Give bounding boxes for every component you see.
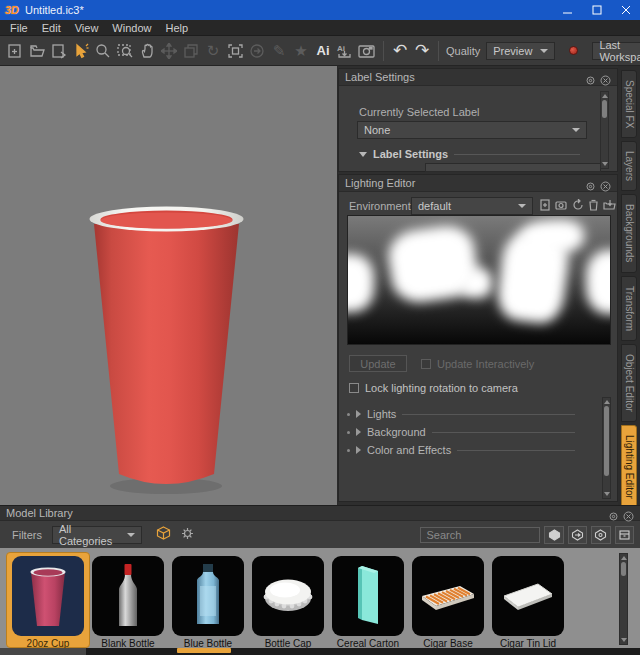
section-label: Label Settings [373,148,448,160]
tab-special-fx[interactable]: Special FX [621,70,637,138]
panel-close-icon[interactable] [600,72,611,83]
models-filter-icon[interactable] [156,526,171,544]
label-settings-header[interactable]: Label Settings [339,69,617,86]
model-tile-cigar-tin-lid[interactable] [492,556,564,636]
lighting-editor-header[interactable]: Lighting Editor [339,175,617,192]
scrollbar-thumb[interactable] [177,648,231,653]
category-dropdown[interactable]: All Categories [52,526,143,544]
pan-tool-icon[interactable] [136,39,158,63]
undo-icon[interactable]: ↶ [389,39,411,63]
bullet-icon [347,449,350,452]
menu-edit[interactable]: Edit [36,22,67,34]
lighting-editor-scrollbar[interactable] [602,397,611,499]
color-effects-section[interactable]: Color and Effects [339,441,589,459]
tab-backgrounds[interactable]: Backgrounds [621,194,637,272]
label-settings-scrollbar[interactable] [600,91,609,169]
redo-icon[interactable]: ↷ [411,39,433,63]
import-environment-icon[interactable] [603,198,616,211]
menu-view[interactable]: View [69,22,105,34]
chevron-down-icon [518,204,526,208]
snapshot-camera-icon[interactable] [356,39,378,63]
window-title: Untitled.ic3* [25,4,84,16]
select-tool-icon[interactable] [70,39,92,63]
currently-selected-label: Currently Selected Label [359,106,479,118]
tab-layers[interactable]: Layers [621,141,637,191]
delete-icon[interactable] [587,198,600,211]
package-link-icon[interactable] [591,526,610,544]
model-library-header[interactable]: Model Library [0,505,640,521]
scrollbar-segment [0,648,86,655]
horizontal-scrollbar[interactable] [0,648,640,655]
package-import-icon[interactable] [568,526,587,544]
menu-help[interactable]: Help [159,22,194,34]
model-tile-cereal-carton[interactable] [332,556,404,636]
bullet-icon [347,431,350,434]
new-document-icon[interactable] [4,39,26,63]
render-status-indicator [569,46,578,55]
environment-dropdown[interactable]: default [411,197,533,215]
edit-pencil-icon: ✎ [268,39,290,63]
close-icon [621,5,631,15]
workspace-dropdown[interactable]: Last Workspace [592,42,640,60]
rotate-tool-icon: ↻ [202,39,224,63]
maximize-icon [592,5,602,15]
package-icon[interactable] [544,526,563,544]
tab-lighting-editor[interactable]: Lighting Editor [621,425,637,509]
maximize-button[interactable] [582,0,611,20]
selected-label-dropdown[interactable]: None [357,121,587,139]
environment-map-preview[interactable] [347,215,611,345]
selected-label-value: None [364,124,390,136]
filters-label: Filters [12,529,42,541]
thumbnail-strip-scrollbar[interactable] [619,553,628,645]
illustrator-import-icon[interactable]: Ai [334,39,356,63]
forward-export-icon [246,39,268,63]
chevron-down-icon [127,533,135,537]
refresh-icon[interactable] [571,198,584,211]
model-tile-blank-bottle[interactable] [92,556,164,636]
new-environment-icon[interactable] [539,198,552,211]
duplicate-icon [180,39,202,63]
search-input[interactable] [420,527,540,543]
menu-bar: File Edit View Window Help [0,20,640,36]
tab-transform[interactable]: Transform [621,276,637,341]
lights-section[interactable]: Lights [339,405,589,423]
render-environment-icon[interactable] [555,198,568,211]
open-file-icon[interactable] [26,39,48,63]
model-tile-blue-bottle[interactable] [172,556,244,636]
save-document-icon[interactable] [48,39,70,63]
background-section[interactable]: Background [339,423,589,441]
minimize-button[interactable] [553,0,582,20]
model-tile-bottle-cap[interactable] [252,556,324,636]
zoom-region-icon[interactable] [114,39,136,63]
panel-close-icon[interactable] [623,508,634,519]
menu-file[interactable]: File [4,22,34,34]
panel-close-icon[interactable] [600,178,611,189]
model-tile-cup[interactable] [12,556,84,636]
package-archive-icon[interactable] [615,526,634,544]
menu-window[interactable]: Window [106,22,157,34]
quality-dropdown[interactable]: Preview [486,42,555,60]
chevron-right-icon [356,446,361,454]
adobe-illustrator-icon[interactable]: Ai [312,39,334,63]
fit-view-icon[interactable] [224,39,246,63]
lock-lighting-checkbox[interactable] [349,383,359,393]
panel-title: Model Library [6,507,608,519]
panel-settings-icon[interactable] [608,508,619,519]
close-button[interactable] [611,0,640,20]
category-value: All Categories [59,523,120,547]
right-dock: Label Settings Currently Selected Label … [338,66,618,505]
panel-settings-icon[interactable] [585,178,596,189]
viewport-3d[interactable] [0,66,338,505]
label-settings-section[interactable]: Label Settings [359,145,594,163]
panel-settings-icon[interactable] [585,72,596,83]
zoom-tool-icon[interactable] [92,39,114,63]
model-tile-cigar-base[interactable] [412,556,484,636]
red-cup-model[interactable] [0,66,338,505]
lighting-editor-panel: Lighting Editor Environment default [338,174,618,502]
quality-value: Preview [493,45,532,57]
materials-filter-icon[interactable] [181,526,194,544]
blue-bottle-thumbnail-image [172,556,244,636]
tab-object-editor[interactable]: Object Editor [621,344,637,422]
svg-text:Ai: Ai [337,44,345,53]
workspace-value: Last Workspace [599,39,640,63]
